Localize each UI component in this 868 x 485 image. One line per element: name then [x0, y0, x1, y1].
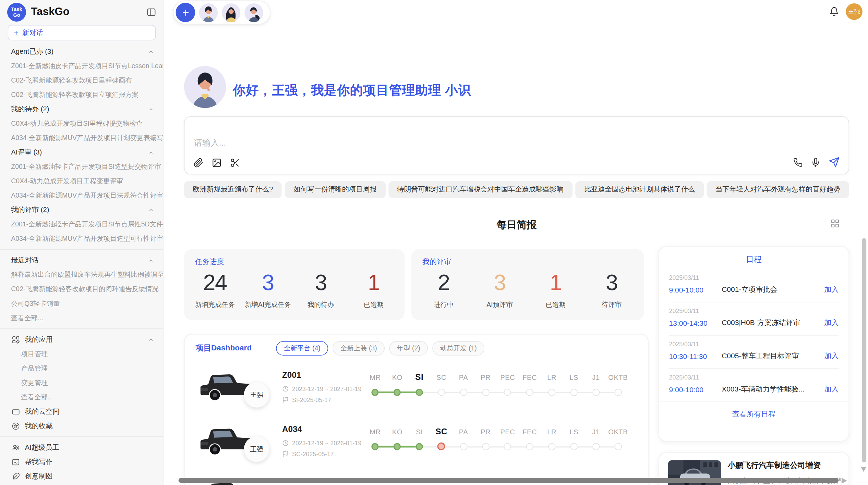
phone-icon[interactable]: [793, 158, 803, 167]
schedule-event: 2025/03/11 9:00-10:00 C001-立项审批会 加入: [669, 269, 839, 302]
schedule-event: 2025/03/11 9:00-10:00 X003-车辆动力学性能验... 加…: [669, 369, 839, 401]
sidebar-item-favorites[interactable]: 我的收藏: [0, 419, 163, 433]
list-item[interactable]: A034-全新新能源MUV产品开发项目计划变更表编写: [0, 131, 163, 145]
send-icon[interactable]: [829, 157, 840, 168]
join-button[interactable]: 加入: [824, 285, 839, 295]
milestone-dot-done: [394, 443, 401, 450]
new-chat-label: 新对话: [22, 28, 43, 37]
view-all-chats[interactable]: 查看全部...: [0, 311, 163, 325]
my-apps-label: 我的应用: [25, 335, 53, 344]
schedule-event: 2025/03/11 13:00-14:30 C003|H0B-方案冻结评审 加…: [669, 302, 839, 336]
divider: [0, 249, 163, 250]
clock-icon: [282, 440, 289, 446]
tab-model-year[interactable]: 年型 (2): [389, 341, 428, 356]
feather-pen-icon: [12, 472, 20, 480]
greeting-text: 你好，王强，我是你的项目管理助理 小识: [233, 82, 471, 99]
list-item[interactable]: Z001-全新燃油皮卡产品开发项目SI节点Lesson Learn报告: [0, 59, 163, 73]
image-icon[interactable]: [212, 158, 222, 168]
vertical-scrollbar[interactable]: [862, 238, 866, 462]
milestone-dot: [570, 443, 578, 450]
event-date: 2025/03/11: [669, 340, 839, 347]
layout-grid-icon[interactable]: [830, 219, 840, 228]
milestone-label: KO: [386, 372, 408, 384]
suggestion-chip[interactable]: 比亚迪全固态电池计划具体说了什么: [575, 181, 704, 198]
project-row-z001[interactable]: 王强 Z001 2023-12-19 ~ 2027-01-19 SI-2025-…: [184, 362, 648, 416]
project-flag: SC-2025-05-17: [292, 451, 334, 457]
sidebar-item-change-mgmt[interactable]: 变更管理: [0, 375, 163, 390]
list-item[interactable]: C02-飞腾新能源轻客改款项目立项汇报方案: [0, 87, 163, 102]
milestone-label-current: SC: [430, 425, 452, 438]
list-item[interactable]: A034-全新新能源MUV产品开发项目造型可行性评审: [0, 232, 163, 246]
view-all-schedule[interactable]: 查看所有日程: [659, 401, 848, 426]
chat-input[interactable]: [194, 138, 693, 147]
mic-icon[interactable]: [811, 158, 820, 167]
user-avatar[interactable]: 王强: [846, 3, 863, 20]
list-item[interactable]: C0X4-动力总成开发项目SI里程碑提交物检查: [0, 116, 163, 131]
stat-overdue: 1已逾期: [528, 268, 583, 310]
milestone-label: PR: [474, 426, 496, 438]
list-item[interactable]: 解释最新出台的欧盟报废车法规再生塑料比例被调至15%...: [0, 268, 163, 282]
sidebar-item-help-write[interactable]: 帮我写作: [0, 455, 163, 469]
event-date: 2025/03/11: [669, 307, 839, 314]
tab-powertrain[interactable]: 动总开发 (1): [432, 341, 484, 356]
scissors-icon[interactable]: [230, 158, 240, 168]
card-title: 任务进度: [195, 257, 224, 267]
sidebar-item-creative-draw[interactable]: 创意制图: [0, 469, 163, 483]
sidebar-item-ai-staff[interactable]: AI超级员工: [0, 440, 163, 455]
section-ai-review[interactable]: AI评审 (3): [0, 145, 163, 160]
sidebar-item-product-mgmt[interactable]: 产品管理: [0, 361, 163, 375]
add-contact-button[interactable]: [176, 3, 195, 22]
sidebar-item-cloud-space[interactable]: 我的云空间: [0, 404, 163, 419]
suggestion-chip[interactable]: 欧洲新规最近颁布了什么?: [184, 181, 282, 198]
event-time: 9:00-10:00: [669, 385, 722, 394]
list-item[interactable]: A034-全新新能源MUV产品开发项目法规符合性评审: [0, 188, 163, 203]
milestone-label: LS: [563, 426, 585, 438]
horizontal-scrollbar[interactable]: [179, 478, 839, 483]
sidebar-collapse-icon[interactable]: [146, 7, 156, 17]
scroll-down-arrow[interactable]: [861, 467, 866, 472]
suggestion-chip[interactable]: 特朗普可能对进口汽车增税会对中国车企造成哪些影响: [388, 181, 572, 198]
schedule-event: 2025/03/11 10:30-11:30 C005-整车工程目标评审 加入: [669, 336, 839, 369]
sidebar-item-project-mgmt[interactable]: 项目管理: [0, 347, 163, 361]
attach-icon[interactable]: [193, 158, 203, 168]
view-all-apps[interactable]: 查看全部..: [0, 390, 163, 404]
star-badge-icon: [12, 422, 20, 430]
list-item[interactable]: Z001-全新燃油轻卡产品开发项目SI造型提交物评审: [0, 160, 163, 174]
ai-staff-label: AI超级员工: [25, 443, 59, 452]
list-item[interactable]: Z001-全新燃油轻卡产品开发项目SI节点属性5D文件评审: [0, 217, 163, 232]
list-item[interactable]: 公司Q3轻卡销量: [0, 296, 163, 311]
join-button[interactable]: 加入: [824, 318, 839, 328]
list-item[interactable]: C0X4-动力总成开发项目工程变更评审: [0, 174, 163, 188]
join-button[interactable]: 加入: [824, 351, 839, 361]
task-progress-card: 任务进度 24新增完成任务 3新增AI完成任务 3我的待办 1已逾期: [184, 249, 405, 320]
app-title: TaskGo: [31, 5, 70, 18]
avatar-contact-3[interactable]: [244, 3, 263, 22]
notification-bell-icon[interactable]: [829, 7, 839, 16]
section-my-review[interactable]: 我的评审 (2): [0, 203, 163, 217]
scroll-right-arrow[interactable]: [842, 478, 847, 483]
stat-my-todo: 3我的待办: [294, 268, 347, 310]
suggestion-chip[interactable]: 当下年轻人对汽车外观有怎样的喜好趋势: [707, 181, 849, 198]
join-button[interactable]: 加入: [824, 384, 839, 394]
project-row-a034[interactable]: 王强 A034 2023-12-19 ~ 2026-01-19 SC-2025-…: [184, 416, 648, 471]
suggestion-chip[interactable]: 如何写一份清晰的项目周报: [285, 181, 385, 198]
chevron-up-icon: [148, 48, 154, 54]
section-agent-done[interactable]: Agent已办 (3): [0, 44, 163, 59]
list-item[interactable]: C02-飞腾新能源轻客改款项目里程碑画布: [0, 73, 163, 87]
milestone-label: LS: [563, 372, 585, 384]
section-my-todo[interactable]: 我的待办 (2): [0, 102, 163, 116]
avatar-contact-2[interactable]: [222, 3, 241, 22]
tab-new-platform[interactable]: 全新平台 (4): [276, 341, 328, 356]
assistant-avatar: [184, 66, 226, 108]
list-item[interactable]: C02-飞腾新能源轻客改款项目的闭环通告反馈情况: [0, 282, 163, 296]
tab-new-body[interactable]: 全新上装 (3): [333, 341, 385, 356]
section-recent-chats[interactable]: 最近对话: [0, 253, 163, 268]
avatar-contact-1[interactable]: [199, 3, 218, 22]
new-chat-button[interactable]: + 新对话: [8, 25, 156, 40]
project-dates: 2023-12-19 ~ 2026-01-19: [292, 440, 361, 446]
milestone-dot: [570, 389, 578, 396]
event-name: X003-车辆动力学性能验...: [722, 384, 824, 394]
sidebar-item-my-apps[interactable]: 我的应用: [0, 332, 163, 347]
milestone-dot: [504, 443, 511, 450]
milestone-dot: [614, 389, 622, 396]
